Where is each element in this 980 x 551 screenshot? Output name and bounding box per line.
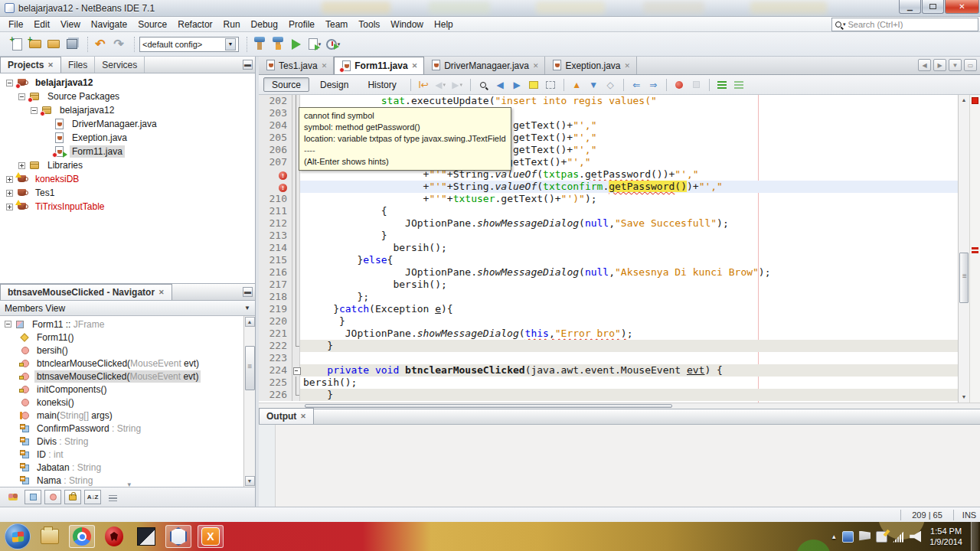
comment-button[interactable] [715, 77, 730, 92]
tab-projects[interactable]: Projects✕ [0, 57, 61, 73]
code-line[interactable]: 212 JOptionPane.showMessageDialog(null,"… [259, 217, 958, 230]
line-number-gutter[interactable]: 204 [259, 119, 292, 132]
restore-button[interactable] [922, 0, 944, 14]
taskbar-netbeans-icon[interactable] [165, 525, 191, 548]
clean-build-button[interactable] [270, 37, 286, 52]
line-number-gutter[interactable]: 218 [259, 291, 292, 303]
undo-button[interactable]: ↶ [93, 37, 108, 52]
code-line[interactable]: 221 JOptionPane.showMessageDialog(this,"… [259, 328, 958, 340]
line-number-gutter[interactable]: 215 [259, 254, 292, 266]
line-number-gutter[interactable]: ! [259, 181, 292, 193]
forward-button[interactable]: ▶▾ [450, 77, 465, 92]
code-line[interactable]: 211 { [259, 205, 958, 217]
code-text[interactable]: }; [300, 291, 958, 303]
scroll-up-icon[interactable]: ▲ [245, 317, 255, 327]
editor-tab-form11-java[interactable]: Form11.java✕ [334, 57, 424, 74]
line-number-gutter[interactable]: 202 [259, 95, 292, 107]
tree-expander-icon[interactable] [6, 190, 13, 197]
code-line[interactable]: 216 JOptionPane.showMessageDialog(null,"… [259, 266, 958, 279]
code-text[interactable]: { [300, 205, 958, 217]
shift-right-button[interactable]: ⇒ [646, 77, 661, 92]
taskbar-red-app-icon[interactable] [101, 525, 127, 548]
config-combobox[interactable]: <default config> ▼ [139, 37, 239, 52]
tree-item-koneksidb[interactable]: koneksiDB [0, 172, 255, 186]
menu-view[interactable]: View [55, 18, 86, 31]
previous-bookmark-button[interactable]: ▲ [570, 77, 584, 92]
code-line[interactable]: ! +"'"+String.valueOf(txtconfirm.getPass… [259, 181, 958, 193]
scrollbar-thumb[interactable] [305, 404, 672, 408]
history-view-button[interactable]: History [359, 77, 404, 92]
sort-by-source-button[interactable] [104, 490, 121, 504]
output-body[interactable] [259, 425, 980, 507]
scroll-down-icon[interactable]: ▼ [245, 476, 255, 486]
menu-team[interactable]: Team [320, 18, 353, 31]
navigator-member[interactable]: main(String[] args) [0, 409, 243, 422]
taskbar-clock[interactable]: 1:54 PM 1/9/2014 [929, 526, 962, 547]
show-non-public-filter-button[interactable] [64, 490, 81, 504]
navigator-member[interactable]: Nama : String [0, 474, 243, 487]
code-text[interactable]: JOptionPane.showMessageDialog(null,"Akse… [300, 266, 958, 279]
shift-left-button[interactable]: ⇐ [629, 77, 644, 92]
title-bar[interactable]: belajarjava12 - NetBeans IDE 7.1 ▁ ✕ [0, 0, 980, 17]
output-close-icon[interactable]: ✕ [300, 412, 306, 420]
scroll-up-icon[interactable]: ▲ [959, 96, 969, 105]
line-number-gutter[interactable]: 207 [259, 156, 292, 168]
scrollbar-thumb[interactable] [245, 346, 255, 390]
code-line[interactable]: 225bersih(); [259, 377, 958, 389]
line-number-gutter[interactable]: 222 [259, 340, 292, 352]
code-text[interactable] [300, 352, 958, 364]
tree-item-form11-java[interactable]: Form11.java [0, 145, 255, 158]
new-project-button[interactable] [28, 37, 43, 52]
search-input[interactable]: ▾ Search (Ctrl+I) [831, 18, 978, 31]
line-number-gutter[interactable]: 211 [259, 205, 292, 217]
error-stripe-mark[interactable] [972, 251, 978, 253]
tree-expander-icon[interactable] [18, 93, 25, 100]
navigator-minimize-icon[interactable]: ▬ [243, 287, 253, 297]
code-text[interactable]: }else{ [300, 254, 958, 266]
line-number-gutter[interactable]: 203 [259, 107, 292, 119]
navigator-member[interactable]: btnclearMouseClicked(MouseEvent evt) [0, 357, 243, 370]
tab-files[interactable]: Files [61, 57, 95, 73]
tab-close-icon[interactable]: ✕ [412, 62, 418, 70]
code-line[interactable]: 223 [259, 352, 958, 364]
tree-expander-icon[interactable] [5, 321, 11, 328]
code-line[interactable]: 220 } [259, 315, 958, 328]
code-line[interactable]: 226 } [259, 389, 958, 401]
scroll-tabs-right-icon[interactable]: ▶ [933, 59, 946, 71]
sort-alphabetically-button[interactable]: A↓Z [84, 490, 101, 504]
line-number-gutter[interactable]: 217 [259, 279, 292, 291]
line-number-gutter[interactable]: 220 [259, 315, 292, 328]
code-text[interactable]: bersih(); [300, 279, 958, 291]
line-number-gutter[interactable]: 216 [259, 266, 292, 279]
taskbar-xampp-icon[interactable]: X [198, 525, 224, 548]
run-button[interactable] [289, 37, 304, 52]
taskbar-game-icon[interactable] [133, 525, 159, 548]
start-orb-icon[interactable] [5, 523, 31, 549]
tab-close-icon[interactable]: ✕ [624, 62, 630, 70]
projects-minimize-icon[interactable]: ▬ [243, 60, 253, 70]
menu-help[interactable]: Help [429, 18, 459, 31]
stop-macro-recording-button[interactable] [689, 77, 704, 92]
code-line[interactable]: 224 private void btnclearMouseClicked(ja… [259, 364, 958, 377]
close-button[interactable]: ✕ [945, 0, 979, 14]
next-bookmark-button[interactable]: ▼ [586, 77, 601, 92]
new-file-button[interactable] [9, 37, 24, 52]
action-center-flag-icon[interactable] [859, 531, 871, 543]
code-text[interactable]: } [300, 340, 958, 352]
previous-occurrence-button[interactable]: ◀ [493, 77, 508, 92]
code-text[interactable]: bersih(); [300, 377, 958, 389]
editor-vertical-scrollbar[interactable]: ▲ ▼ [958, 95, 969, 403]
search-scope-dropdown-icon[interactable]: ▾ [843, 21, 846, 28]
code-text[interactable]: JOptionPane.showMessageDialog(this,"Erro… [300, 328, 958, 340]
toggle-bookmark-button[interactable]: ◇ [603, 77, 618, 92]
line-number-gutter[interactable]: 225 [259, 377, 292, 389]
uncomment-button[interactable] [732, 77, 746, 92]
taskbar-start-orb-icon[interactable] [5, 525, 31, 548]
navigator-scrollbar[interactable]: ▲ ▼ [243, 316, 255, 487]
navigator-member[interactable]: btnsaveMouseClicked(MouseEvent evt) [0, 370, 243, 383]
tab-services[interactable]: Services [95, 57, 145, 73]
code-text[interactable]: bersih(); [300, 242, 958, 254]
tree-item-libraries[interactable]: Libraries [0, 158, 255, 172]
line-number-gutter[interactable]: 224 [259, 364, 292, 377]
open-project-button[interactable] [46, 37, 61, 52]
